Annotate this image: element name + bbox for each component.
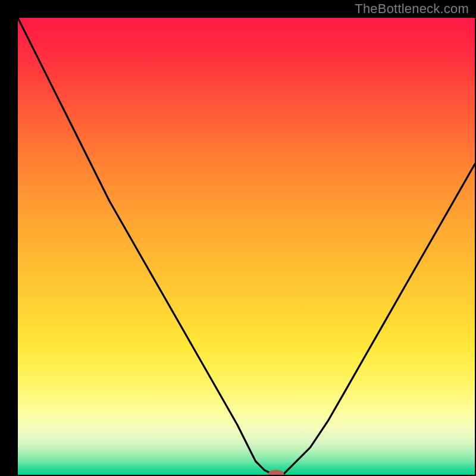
- plot-area: [18, 18, 475, 475]
- bottleneck-curve: [18, 18, 475, 475]
- plot-svg: [18, 18, 475, 475]
- chart-frame: TheBottleneck.com: [0, 0, 476, 476]
- min-marker: [268, 470, 284, 475]
- watermark-text: TheBottleneck.com: [355, 1, 469, 17]
